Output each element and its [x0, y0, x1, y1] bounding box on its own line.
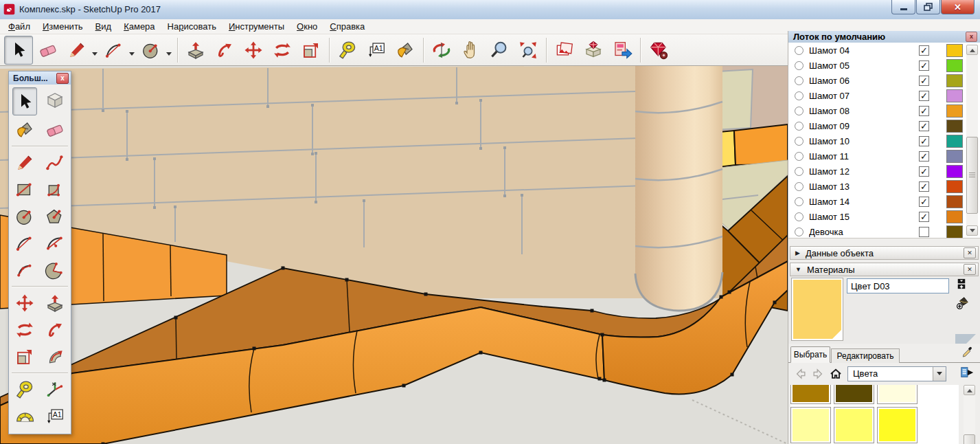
layer-visibility-checkbox[interactable]: ✓ [919, 76, 929, 86]
tape-measure-tool-button[interactable] [334, 36, 361, 64]
layer-radio[interactable] [795, 91, 804, 100]
back-icon[interactable] [794, 367, 808, 381]
details-icon[interactable] [959, 365, 975, 380]
menu-Изменить[interactable]: Изменить [36, 20, 89, 33]
collection-dropdown[interactable]: Цвета [847, 366, 946, 381]
scroll-down-button[interactable] [966, 225, 978, 236]
layer-color-swatch[interactable] [946, 195, 963, 208]
scroll-up-button[interactable] [966, 45, 978, 55]
arc-tool-button[interactable] [100, 36, 128, 64]
text-tool-button[interactable]: A1 [40, 403, 70, 430]
viewport-3d-scene[interactable] [0, 66, 788, 444]
menu-Окно[interactable]: Окно [290, 20, 323, 33]
layer-radio[interactable] [795, 107, 804, 115]
close-button[interactable]: ✕ [941, 0, 975, 14]
layer-color-swatch[interactable] [946, 225, 963, 238]
line-tool-button[interactable] [63, 36, 91, 64]
layer-visibility-checkbox[interactable]: ✓ [919, 166, 929, 177]
layer-radio[interactable] [795, 212, 804, 221]
tray-header[interactable]: Лоток по умолчанию x [788, 31, 980, 43]
entity-info-panel-header[interactable]: ▶ Данные объекта ✕ [790, 246, 979, 260]
palette-title-bar[interactable]: Больш... x [9, 71, 71, 85]
move-tool-button[interactable] [10, 289, 40, 316]
layer-color-swatch[interactable] [946, 180, 963, 193]
zoom-tool-button[interactable] [486, 36, 513, 64]
select-tool-button[interactable] [12, 87, 37, 115]
layer-visibility-checkbox[interactable]: ✓ [919, 212, 929, 222]
chevron-down-icon[interactable] [129, 52, 135, 58]
pan-tool-button[interactable] [457, 36, 484, 64]
rectangle-tool-button[interactable] [10, 176, 40, 203]
circle-tool-button[interactable] [10, 203, 40, 230]
tab-edit[interactable]: Редактировать [831, 348, 900, 363]
layer-visibility-checkbox[interactable]: ✓ [919, 151, 929, 162]
tray-close-button[interactable]: x [966, 32, 977, 42]
menu-Камера[interactable]: Камера [117, 20, 161, 33]
select-tool-button[interactable] [4, 36, 33, 65]
color-swatch[interactable] [790, 407, 831, 443]
layer-color-swatch[interactable] [946, 44, 963, 57]
pie-tool-button[interactable] [40, 256, 70, 283]
layer-visibility-checkbox[interactable]: ✓ [919, 106, 929, 116]
layer-color-swatch[interactable] [946, 89, 963, 102]
layer-row[interactable]: Шамот 13✓ [788, 179, 980, 194]
dropdown-button[interactable] [933, 367, 946, 381]
layer-color-swatch[interactable] [946, 150, 963, 163]
scroll-up-button[interactable] [964, 385, 975, 395]
rotate-tool-button[interactable] [269, 36, 296, 64]
layer-radio[interactable] [795, 137, 804, 146]
panel-close-button[interactable]: ✕ [964, 264, 976, 275]
eraser-tool-button[interactable] [40, 116, 70, 143]
follow-me-tool-button[interactable] [40, 316, 70, 343]
push-pull-tool-button[interactable] [182, 36, 209, 64]
title-bar[interactable]: Комплекс.skp - SketchUp Pro 2017 ✕ [0, 0, 980, 20]
material-name-field[interactable] [847, 278, 949, 293]
color-swatch[interactable] [834, 407, 874, 443]
layer-radio[interactable] [795, 167, 804, 176]
get-extensions-tool-button[interactable] [580, 36, 607, 64]
layer-radio[interactable] [795, 76, 804, 85]
zoom-extents-tool-button[interactable] [514, 36, 542, 64]
tape-measure-tool-button[interactable] [10, 376, 40, 403]
layer-row[interactable]: Шамот 09✓ [788, 118, 980, 133]
layer-visibility-checkbox[interactable]: ✓ [919, 136, 929, 146]
layer-color-swatch[interactable] [946, 165, 963, 178]
layer-row[interactable]: Шамот 04✓ [788, 43, 980, 58]
move-tool-button[interactable] [240, 36, 267, 64]
material-preview[interactable] [791, 278, 843, 341]
line-tool-button[interactable] [10, 149, 40, 176]
three-point-arc-tool-button[interactable] [10, 256, 40, 283]
chevron-down-icon[interactable] [92, 52, 98, 58]
layer-visibility-checkbox[interactable]: ✓ [919, 121, 929, 131]
layer-row[interactable]: Шамот 14✓ [788, 194, 980, 209]
layer-row[interactable]: Шамот 08✓ [788, 103, 980, 118]
arc-tool-button[interactable] [10, 230, 40, 256]
panel-close-button[interactable]: ✕ [964, 247, 976, 258]
paint-bucket-tool-button[interactable] [391, 36, 419, 64]
make-component-tool-button[interactable] [40, 87, 70, 113]
layer-visibility-checkbox[interactable]: ✓ [919, 91, 929, 101]
polygon-tool-button[interactable] [40, 203, 70, 230]
color-swatch[interactable] [877, 385, 918, 404]
layers-scrollbar[interactable] [966, 45, 978, 236]
protractor-tool-button[interactable] [10, 403, 40, 430]
offset-tool-button[interactable] [40, 343, 70, 370]
layer-color-swatch[interactable] [946, 74, 963, 87]
layer-visibility-checkbox[interactable]: ✓ [919, 60, 929, 71]
layer-radio[interactable] [795, 46, 804, 55]
layer-row[interactable]: Шамот 11✓ [788, 148, 980, 164]
layer-radio[interactable] [795, 227, 804, 236]
layer-color-swatch[interactable] [946, 104, 963, 118]
menu-Файл[interactable]: Файл [2, 20, 36, 33]
home-icon[interactable] [829, 367, 843, 381]
freehand-tool-button[interactable] [40, 149, 70, 176]
layer-color-swatch[interactable] [946, 120, 963, 133]
layer-visibility-checkbox[interactable]: ✓ [919, 197, 929, 207]
color-swatch[interactable] [790, 385, 831, 404]
eraser-tool-button[interactable] [34, 36, 62, 64]
layer-radio[interactable] [795, 122, 804, 131]
menu-Справка[interactable]: Справка [323, 20, 371, 33]
text-tool-button[interactable]: A1 [363, 36, 390, 64]
forward-icon[interactable] [811, 367, 825, 381]
scrollbar-thumb[interactable] [964, 434, 975, 444]
